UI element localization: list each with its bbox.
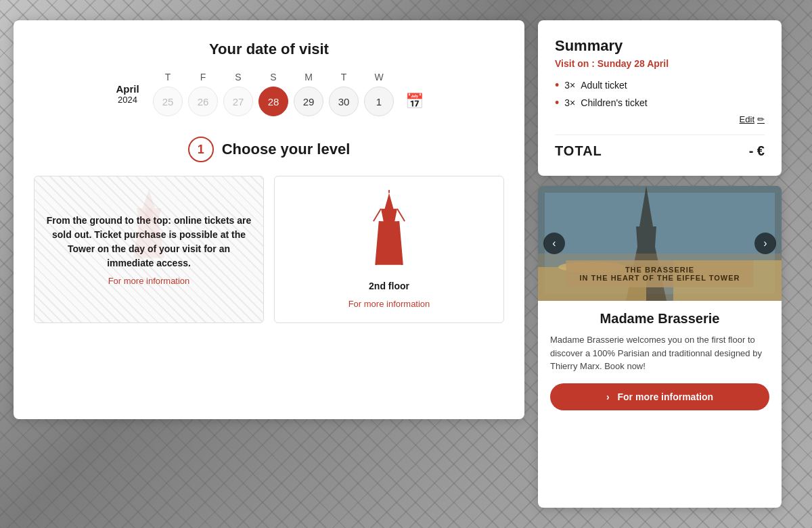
right-column: Summary Visit on : Sunday 28 April • 3× … (538, 20, 782, 508)
summary-ticket-children: • 3× Children's ticket (555, 97, 765, 109)
cal-col-29: M 29 (294, 72, 323, 116)
total-label: TOTAL (555, 143, 602, 159)
cal-day-29[interactable]: 29 (294, 87, 323, 116)
step-number-circle: 1 (188, 137, 214, 162)
step-title: Choose your level (222, 141, 351, 158)
cal-col-26: F 26 (188, 72, 218, 116)
dow-t1: T (153, 72, 183, 82)
adult-ticket-label: Adult ticket (581, 80, 627, 91)
tower-background-icon (122, 187, 176, 261)
cal-day-25[interactable]: 25 (153, 87, 183, 116)
cta-arrow-icon: › (606, 391, 610, 402)
calendar-grid: April 2024 T 25 F 26 S 27 (34, 72, 504, 116)
brasserie-title: Madame Brasserie (550, 311, 769, 327)
cal-day-28[interactable]: 28 (258, 87, 288, 116)
eiffel-tower-icon (359, 190, 420, 274)
carousel-prev-btn[interactable]: ‹ (543, 233, 565, 254)
month-label: April 2024 (109, 83, 146, 105)
calendar-title: Your date of visit (34, 41, 504, 58)
cal-col-28: S 28 (258, 72, 288, 116)
cal-col-27: S 27 (223, 72, 253, 116)
brasserie-description: Madame Brasserie welcomes you on the fir… (550, 333, 769, 373)
summary-date: Visit on : Sunday 28 April (555, 58, 765, 69)
step-header: 1 Choose your level (34, 137, 504, 162)
cal-day-27[interactable]: 27 (223, 87, 253, 116)
cta-label: For more information (618, 391, 714, 402)
cal-col-1: W 1 (364, 72, 394, 116)
dow-s1: S (223, 72, 253, 82)
left-panel: Your date of visit April 2024 T 25 F 26 (14, 20, 524, 419)
second-floor-link[interactable]: For more information (348, 299, 430, 309)
dow-t2: T (329, 72, 359, 82)
summary-ticket-adult: • 3× Adult ticket (555, 79, 765, 91)
calendar-icon-btn[interactable]: 📅 (399, 87, 429, 116)
summary-visit-date: Sunday 28 April (597, 58, 669, 69)
brasserie-content: Madame Brasserie Madame Brasserie welcom… (538, 301, 782, 421)
dow-f: F (188, 72, 218, 82)
dow-empty (399, 72, 429, 82)
brasserie-cta-button[interactable]: › For more information (550, 383, 769, 410)
sold-out-link[interactable]: For more information (108, 276, 190, 286)
cal-col-25: T 25 (153, 72, 183, 116)
children-quantity: 3× (564, 97, 575, 108)
summary-panel: Summary Visit on : Sunday 28 April • 3× … (538, 20, 782, 176)
svg-line-4 (374, 209, 381, 221)
cal-day-26[interactable]: 26 (188, 87, 218, 116)
cal-col-30: T 30 (329, 72, 359, 116)
dow-w: W (364, 72, 394, 82)
adult-quantity: 3× (564, 80, 575, 91)
second-floor-title: 2nd floor (369, 279, 409, 293)
carousel-next-btn[interactable]: › (754, 233, 776, 254)
brasserie-panel: THE BRASSERIE IN THE HEART OF THE EIFFEL… (538, 186, 782, 508)
bullet-adult: • (555, 79, 559, 91)
sold-out-card[interactable]: From the ground to the top: online ticke… (34, 176, 264, 323)
summary-edit-row: Edit ✏ (555, 114, 765, 124)
summary-title: Summary (555, 37, 765, 55)
dow-m: M (294, 72, 323, 82)
level-cards: From the ground to the top: online ticke… (34, 176, 504, 323)
edit-pencil-icon: ✏ (757, 114, 765, 124)
total-value: - € (749, 143, 765, 159)
edit-button[interactable]: Edit ✏ (740, 114, 765, 124)
brasserie-image: THE BRASSERIE IN THE HEART OF THE EIFFEL… (538, 186, 782, 301)
dow-s2: S (258, 72, 288, 82)
bullet-children: • (555, 97, 559, 109)
main-layout: Your date of visit April 2024 T 25 F 26 (0, 0, 812, 528)
cal-col-icon: 📅 (399, 72, 429, 116)
summary-total-row: TOTAL - € (555, 135, 765, 159)
calendar-days-columns: T 25 F 26 S 27 S 28 (153, 72, 429, 116)
cal-day-1[interactable]: 1 (364, 87, 394, 116)
children-ticket-label: Children's ticket (581, 97, 647, 108)
brasserie-overlay: THE BRASSERIE IN THE HEART OF THE EIFFEL… (566, 260, 754, 287)
second-floor-card[interactable]: 2nd floor For more information (274, 176, 504, 323)
svg-line-5 (397, 209, 405, 221)
cal-day-30[interactable]: 30 (329, 87, 359, 116)
